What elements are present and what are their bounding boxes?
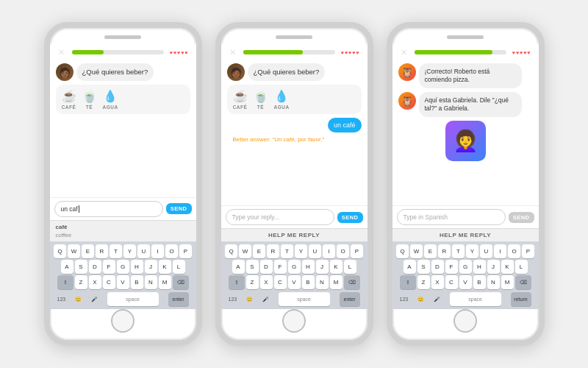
- key-j3[interactable]: J: [487, 260, 500, 274]
- key-q[interactable]: Q: [54, 244, 66, 258]
- shift-key[interactable]: ⇧: [57, 275, 74, 289]
- help-me-reply-bar-3[interactable]: HELP ME REPLY: [392, 228, 539, 241]
- key-s[interactable]: S: [75, 260, 87, 274]
- shift-key-3[interactable]: ⇧: [400, 275, 416, 289]
- key-g[interactable]: G: [117, 260, 129, 274]
- backspace-key-3[interactable]: ⌫: [515, 275, 531, 289]
- mic-key-3[interactable]: 🎤: [434, 297, 440, 302]
- key-i3[interactable]: I: [494, 244, 506, 258]
- key-v3[interactable]: V: [459, 275, 472, 289]
- key-w3[interactable]: W: [410, 244, 423, 258]
- key-l[interactable]: L: [173, 260, 185, 274]
- key-x[interactable]: X: [89, 275, 101, 289]
- enter-key[interactable]: enter: [168, 292, 189, 306]
- key-g3[interactable]: G: [459, 260, 472, 274]
- space-key-2[interactable]: space: [279, 292, 330, 306]
- key-b2[interactable]: B: [302, 275, 315, 289]
- num-key[interactable]: 123: [57, 297, 66, 302]
- key-r3[interactable]: R: [438, 244, 451, 258]
- send-button-1[interactable]: SEND: [166, 203, 192, 214]
- close-icon-3[interactable]: ✕: [400, 48, 409, 57]
- key-a3[interactable]: A: [404, 260, 416, 274]
- key-s2[interactable]: S: [246, 260, 259, 274]
- key-s3[interactable]: S: [417, 260, 430, 274]
- key-j2[interactable]: J: [316, 260, 329, 274]
- key-y2[interactable]: Y: [295, 244, 307, 258]
- key-g2[interactable]: G: [288, 260, 301, 274]
- enter-key-2[interactable]: enter: [340, 292, 360, 306]
- key-d2[interactable]: D: [260, 260, 273, 274]
- key-w[interactable]: W: [68, 244, 80, 258]
- key-k3[interactable]: K: [501, 260, 514, 274]
- key-n3[interactable]: N: [487, 275, 500, 289]
- key-n2[interactable]: N: [316, 275, 329, 289]
- key-u3[interactable]: U: [480, 244, 492, 258]
- key-m2[interactable]: M: [330, 275, 343, 289]
- key-b3[interactable]: B: [473, 275, 486, 289]
- send-button-3[interactable]: SEND: [509, 212, 534, 223]
- key-t[interactable]: T: [110, 244, 122, 258]
- backspace-key[interactable]: ⌫: [173, 275, 189, 289]
- key-y[interactable]: Y: [123, 244, 136, 258]
- key-m3[interactable]: M: [501, 275, 514, 289]
- key-h[interactable]: H: [131, 260, 143, 274]
- key-d[interactable]: D: [89, 260, 101, 274]
- backspace-key-2[interactable]: ⌫: [344, 275, 360, 289]
- num-key-3[interactable]: 123: [400, 297, 409, 302]
- key-m[interactable]: M: [159, 275, 171, 289]
- close-icon[interactable]: ✕: [57, 48, 66, 57]
- key-e3[interactable]: E: [424, 244, 437, 258]
- mic-key[interactable]: 🎤: [91, 297, 98, 302]
- key-x3[interactable]: X: [431, 275, 444, 289]
- choice-agua-1[interactable]: 💧 AGUA: [103, 89, 118, 110]
- key-z2[interactable]: Z: [246, 275, 259, 289]
- key-q2[interactable]: Q: [225, 244, 237, 258]
- text-input-1[interactable]: un caf: [54, 201, 163, 217]
- key-e[interactable]: E: [82, 244, 94, 258]
- key-h2[interactable]: H: [302, 260, 315, 274]
- key-i2[interactable]: I: [323, 244, 335, 258]
- send-button-2[interactable]: SEND: [337, 212, 363, 223]
- key-y3[interactable]: Y: [466, 244, 478, 258]
- key-t2[interactable]: T: [281, 244, 293, 258]
- key-f3[interactable]: F: [445, 260, 458, 274]
- key-l3[interactable]: L: [515, 260, 528, 274]
- emoji-key-3[interactable]: 😊: [417, 297, 424, 302]
- key-n[interactable]: N: [145, 275, 157, 289]
- choice-te-2[interactable]: 🍵 TÉ: [254, 89, 268, 110]
- key-q3[interactable]: Q: [396, 244, 409, 258]
- close-icon-2[interactable]: ✕: [229, 48, 237, 57]
- key-a2[interactable]: A: [232, 260, 245, 274]
- key-p3[interactable]: P: [522, 244, 534, 258]
- key-p2[interactable]: P: [351, 244, 363, 258]
- key-v2[interactable]: V: [288, 275, 301, 289]
- emoji-key-2[interactable]: 😊: [246, 297, 253, 302]
- key-z[interactable]: Z: [75, 275, 87, 289]
- key-c2[interactable]: C: [274, 275, 287, 289]
- key-e2[interactable]: E: [253, 244, 265, 258]
- key-k[interactable]: K: [159, 260, 171, 274]
- key-z3[interactable]: Z: [417, 275, 430, 289]
- key-t3[interactable]: T: [452, 244, 465, 258]
- key-b[interactable]: B: [131, 275, 143, 289]
- help-me-reply-bar-2[interactable]: Help Me Reply: [221, 228, 368, 241]
- space-key[interactable]: space: [107, 292, 159, 306]
- key-p[interactable]: P: [179, 244, 192, 258]
- key-v[interactable]: V: [117, 275, 129, 289]
- choice-agua-2[interactable]: 💧 AGUA: [274, 89, 290, 110]
- key-d3[interactable]: D: [431, 260, 444, 274]
- shift-key-2[interactable]: ⇧: [229, 275, 245, 289]
- key-u2[interactable]: U: [309, 244, 321, 258]
- choice-te-1[interactable]: 🍵 TÉ: [82, 89, 97, 110]
- key-u[interactable]: U: [137, 244, 150, 258]
- key-j[interactable]: J: [145, 260, 157, 274]
- key-i[interactable]: I: [151, 244, 164, 258]
- num-key-2[interactable]: 123: [229, 297, 237, 302]
- key-a[interactable]: A: [61, 260, 74, 274]
- key-k2[interactable]: K: [330, 260, 343, 274]
- return-key-3[interactable]: return: [511, 292, 531, 306]
- key-l2[interactable]: L: [344, 260, 356, 274]
- choice-cafe-2[interactable]: ☕ CAFÉ: [233, 89, 248, 110]
- mic-key-2[interactable]: 🎤: [262, 297, 269, 302]
- key-c[interactable]: C: [103, 275, 115, 289]
